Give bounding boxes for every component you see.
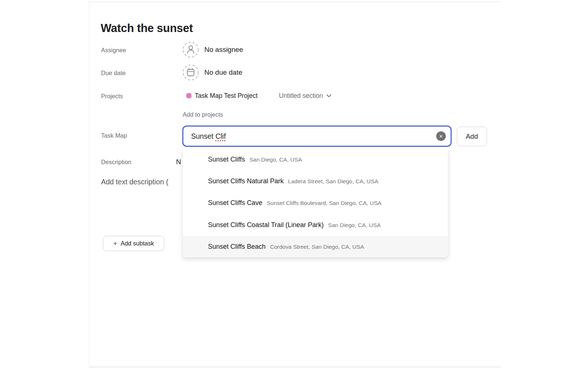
assignee-label: Assignee <box>101 46 126 54</box>
assignee-value[interactable]: No assignee <box>204 45 243 54</box>
autocomplete-suggestion[interactable]: Sunset Cliffs Natural ParkLadera Street,… <box>183 170 448 192</box>
task-title[interactable]: Watch the sunset <box>101 22 193 35</box>
task-map-label: Task Map <box>101 132 127 139</box>
add-subtask-label: Add subtask <box>121 240 154 247</box>
assignee-avatar-icon[interactable] <box>183 42 199 58</box>
pane-bottom-divider <box>89 366 501 368</box>
description-label: Description <box>101 158 132 166</box>
due-date-value[interactable]: No due date <box>204 68 243 77</box>
misspelled-word: Clif <box>215 132 226 140</box>
add-subtask-button[interactable]: + Add subtask <box>103 236 164 251</box>
places-autocomplete-dropdown: Sunset CliffsSan Diego, CA, USA Sunset C… <box>183 149 448 258</box>
clear-input-button[interactable]: ✕ <box>436 131 446 141</box>
description-value-fragment: N <box>176 158 181 166</box>
task-map-input-text: Sunset Clif <box>191 132 226 141</box>
task-map-input[interactable]: Sunset Clif ✕ <box>182 125 452 147</box>
project-section-dropdown[interactable]: Untitled section <box>279 91 331 100</box>
due-date-calendar-icon[interactable] <box>183 64 199 81</box>
autocomplete-suggestion[interactable]: Sunset Cliffs CaveSunset Cliffs Boulevar… <box>183 192 448 214</box>
autocomplete-suggestion-highlighted[interactable]: Sunset Cliffs BeachCordova Street, San D… <box>183 236 448 258</box>
project-section-label: Untitled section <box>279 91 323 100</box>
projects-label: Projects <box>101 92 123 100</box>
autocomplete-suggestion[interactable]: Sunset CliffsSan Diego, CA, USA <box>183 149 448 170</box>
close-icon: ✕ <box>439 134 443 139</box>
task-detail-pane: Watch the sunset Assignee Due date Proje… <box>0 0 588 368</box>
chevron-down-icon <box>326 94 331 98</box>
due-date-label: Due date <box>101 69 126 77</box>
add-location-button[interactable]: Add <box>457 127 487 146</box>
project-name-link[interactable]: Task Map Test Project <box>195 91 258 100</box>
add-to-projects-link[interactable]: Add to projects <box>183 110 223 118</box>
project-color-dot <box>186 93 191 98</box>
pane-top-divider <box>89 1 501 2</box>
pane-left-divider <box>89 0 89 368</box>
plus-icon: + <box>113 240 117 248</box>
description-placeholder[interactable]: Add text description ( <box>101 177 168 186</box>
autocomplete-suggestion[interactable]: Sunset Cliffs Coastal Trail (Linear Park… <box>183 214 448 236</box>
